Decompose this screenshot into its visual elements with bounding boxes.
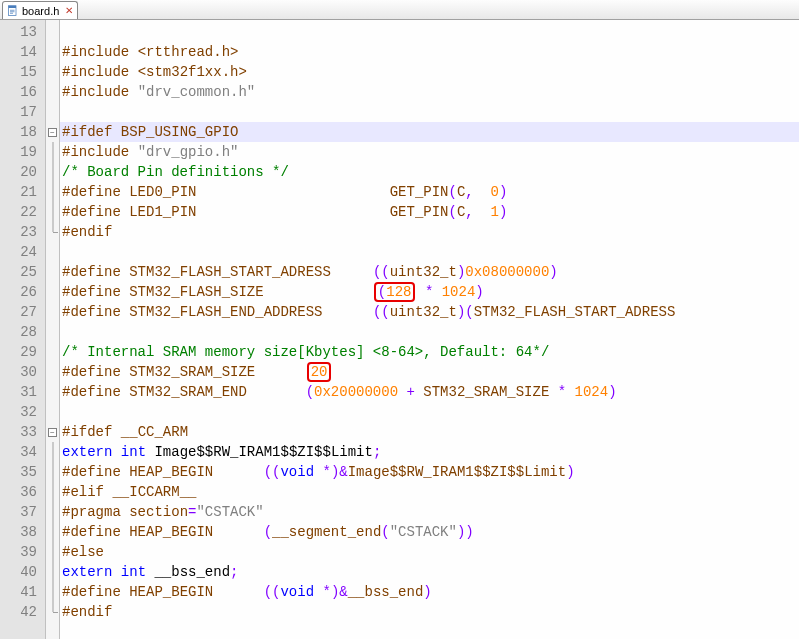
line-number: 28 [0,322,45,342]
line-number: 26 [0,282,45,302]
line-number: 33 [0,422,45,442]
line-number: 25 [0,262,45,282]
line-number: 14 [0,42,45,62]
fold-cell [46,282,59,302]
line-number: 30 [0,362,45,382]
tab-filename: board.h [22,5,59,17]
code-line[interactable]: #include "drv_common.h" [60,82,799,102]
line-number: 18 [0,122,45,142]
line-number: 29 [0,342,45,362]
line-number: 24 [0,242,45,262]
code-line[interactable]: #else [60,542,799,562]
code-line[interactable] [60,402,799,422]
file-tab[interactable]: board.h ✕ [2,1,78,19]
fold-cell [46,342,59,362]
fold-cell [46,322,59,342]
fold-cell [46,262,59,282]
fold-cell [46,202,59,222]
code-line[interactable]: /* Internal SRAM memory size[Kbytes] <8-… [60,342,799,362]
code-line[interactable]: #define STM32_FLASH_END_ADDRESS ((uint32… [60,302,799,322]
code-line[interactable]: #define STM32_SRAM_SIZE 20 [60,362,799,382]
line-number: 16 [0,82,45,102]
code-line[interactable]: #elif __ICCARM__ [60,482,799,502]
fold-cell [46,602,59,622]
line-number-gutter: 1314151617181920212223242526272829303132… [0,20,46,639]
line-number: 27 [0,302,45,322]
line-number: 22 [0,202,45,222]
code-line[interactable]: #include "drv_gpio.h" [60,142,799,162]
code-line[interactable]: #define LED1_PIN GET_PIN(C, 1) [60,202,799,222]
code-line[interactable]: #define STM32_FLASH_START_ADRESS ((uint3… [60,262,799,282]
fold-toggle-icon[interactable]: − [48,128,57,137]
fold-cell [46,162,59,182]
code-line[interactable]: #include <rtthread.h> [60,42,799,62]
code-line[interactable]: #pragma section="CSTACK" [60,502,799,522]
code-line[interactable]: extern int __bss_end; [60,562,799,582]
line-number: 37 [0,502,45,522]
code-line[interactable] [60,322,799,342]
fold-cell [46,82,59,102]
line-number: 15 [0,62,45,82]
fold-cell [46,442,59,462]
code-line[interactable]: #define HEAP_BEGIN ((void *)&Image$$RW_I… [60,462,799,482]
fold-cell [46,542,59,562]
line-number: 23 [0,222,45,242]
code-line[interactable]: #define LED0_PIN GET_PIN(C, 0) [60,182,799,202]
fold-cell [46,462,59,482]
editor: 1314151617181920212223242526272829303132… [0,20,799,639]
fold-cell [46,222,59,242]
fold-column: −− [46,20,60,639]
fold-cell [46,62,59,82]
line-number: 38 [0,522,45,542]
fold-cell [46,522,59,542]
tab-bar: board.h ✕ [0,0,799,20]
fold-cell [46,562,59,582]
code-line[interactable]: #endif [60,222,799,242]
line-number: 35 [0,462,45,482]
line-number: 39 [0,542,45,562]
code-line[interactable]: #define HEAP_BEGIN (__segment_end("CSTAC… [60,522,799,542]
line-number: 42 [0,602,45,622]
line-number: 17 [0,102,45,122]
code-line[interactable] [60,22,799,42]
fold-cell [46,482,59,502]
code-line[interactable]: #ifdef __CC_ARM [60,422,799,442]
line-number: 19 [0,142,45,162]
svg-rect-1 [9,5,17,7]
code-line[interactable]: #endif [60,602,799,622]
fold-cell [46,42,59,62]
code-area[interactable]: #include <rtthread.h>#include <stm32f1xx… [60,20,799,639]
fold-cell [46,362,59,382]
fold-cell [46,582,59,602]
fold-cell [46,242,59,262]
fold-cell [46,142,59,162]
fold-cell: − [46,122,59,142]
fold-toggle-icon[interactable]: − [48,428,57,437]
line-number: 36 [0,482,45,502]
line-number: 20 [0,162,45,182]
fold-cell [46,102,59,122]
code-line[interactable]: #include <stm32f1xx.h> [60,62,799,82]
line-number: 32 [0,402,45,422]
code-line[interactable]: extern int Image$$RW_IRAM1$$ZI$$Limit; [60,442,799,462]
code-line[interactable]: #define STM32_SRAM_END (0x20000000 + STM… [60,382,799,402]
code-line[interactable]: #define STM32_FLASH_SIZE (128 * 1024) [60,282,799,302]
code-line[interactable] [60,102,799,122]
fold-cell [46,402,59,422]
code-line[interactable] [60,242,799,262]
code-line[interactable]: #ifdef BSP_USING_GPIO [60,122,799,142]
line-number: 31 [0,382,45,402]
line-number: 21 [0,182,45,202]
fold-cell [46,382,59,402]
line-number: 41 [0,582,45,602]
fold-cell [46,182,59,202]
fold-cell [46,502,59,522]
code-line[interactable]: /* Board Pin definitions */ [60,162,799,182]
file-icon [7,5,19,17]
fold-cell [46,22,59,42]
close-icon[interactable]: ✕ [65,5,73,16]
line-number: 34 [0,442,45,462]
fold-cell: − [46,422,59,442]
fold-cell [46,302,59,322]
code-line[interactable]: #define HEAP_BEGIN ((void *)&__bss_end) [60,582,799,602]
